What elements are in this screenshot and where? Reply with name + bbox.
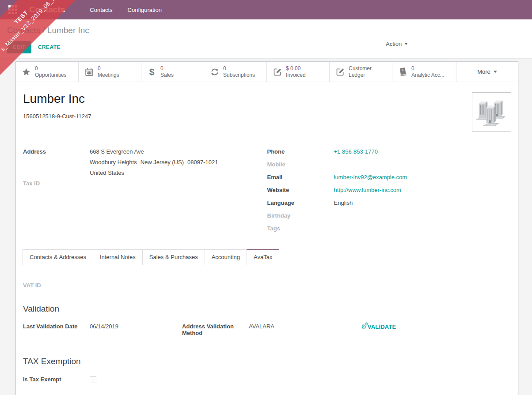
is-tax-exempt-label: Is Tax Exempt (23, 376, 90, 383)
phone-label: Phone (267, 147, 334, 158)
create-button[interactable]: CREATE (38, 44, 61, 50)
breadcrumb-current: Lumber Inc (47, 26, 89, 35)
nav-menu-contacts[interactable]: Contacts (90, 7, 112, 13)
breadcrumb-parent-link[interactable]: Contacts (7, 26, 40, 35)
stat-value: 0 (35, 65, 66, 72)
stat-label: Invoiced (286, 72, 306, 79)
action-dropdown[interactable]: Action (386, 41, 408, 47)
tab-sales-purchases[interactable]: Sales & Purchases (142, 249, 205, 265)
chevron-down-icon (404, 43, 408, 45)
nav-menu-configuration[interactable]: Configuration (128, 7, 162, 13)
stat-label: Meetings (98, 72, 119, 79)
address-label: Address (23, 147, 90, 177)
tax-exemption-row: Is Tax Exempt (23, 376, 511, 383)
edit-icon (335, 68, 345, 76)
star-icon (22, 68, 31, 76)
tax-exemption-section-title: TAX Exemption (23, 357, 511, 366)
apps-grid-icon[interactable] (7, 4, 19, 15)
stat-label-line2: Ledger (349, 72, 372, 79)
address-zip: 08097-1021 (187, 159, 218, 166)
stat-value: 0 (411, 65, 445, 72)
email-value[interactable]: lumber-inv92@example.com (334, 173, 407, 184)
stat-button-analytic-accounts[interactable]: 0 Analytic Acc... (392, 62, 455, 82)
tags-label: Tags (267, 224, 334, 235)
stat-button-customer-ledger[interactable]: Customer Ledger (330, 62, 392, 82)
field-email: Email lumber-inv92@example.com (267, 173, 512, 184)
stat-button-invoiced[interactable]: $ 0.00 Invoiced (267, 62, 330, 82)
address-line1: 668 S Evergreen Ave (90, 147, 218, 156)
website-value[interactable]: http://www.lumber-inc.com (334, 186, 401, 196)
breadcrumb: Contacts / Lumber Inc (7, 26, 525, 35)
dollar-icon: $ (147, 67, 156, 76)
edit-icon (273, 68, 282, 76)
stat-label: Analytic Acc... (411, 72, 445, 79)
field-column-right: Phone +1 856-853-1770 Mobile Email lumbe… (267, 147, 512, 237)
control-panel: Contacts / Lumber Inc EDIT CREATE Action (0, 19, 532, 59)
tax-id-label: Tax ID (23, 179, 90, 190)
book-icon (398, 68, 407, 76)
tab-internal-notes[interactable]: Internal Notes (93, 249, 143, 265)
tab-contacts-addresses[interactable]: Contacts & Addresses (23, 249, 93, 265)
control-panel-buttons: EDIT CREATE (7, 41, 525, 53)
email-label: Email (267, 173, 334, 184)
field-last-validation-date: Last Validation Date 06/14/2019 (23, 323, 182, 330)
tab-accounting[interactable]: Accounting (205, 249, 247, 265)
field-mobile: Mobile (267, 160, 512, 171)
is-tax-exempt-checkbox[interactable] (90, 376, 96, 383)
record-sheet: 0 Opportunities (15, 61, 518, 395)
field-website: Website http://www.lumber-inc.com (267, 186, 512, 196)
field-birthday: Birthday (267, 211, 512, 222)
address-value: 668 S Evergreen Ave Woodbury HeightsNew … (90, 147, 218, 177)
address-city: Woodbury Heights (90, 159, 137, 166)
field-tags: Tags (267, 224, 512, 235)
calendar-icon (84, 68, 94, 76)
chevron-down-icon (494, 71, 497, 73)
stat-label-line1: Customer (349, 65, 372, 72)
top-navbar: Contacts Contacts Configuration (0, 0, 532, 19)
mobile-label: Mobile (267, 160, 334, 171)
field-grid: Address 668 S Evergreen Ave Woodbury Hei… (16, 132, 518, 237)
field-vat-id: VAT ID (23, 281, 511, 292)
field-column-left: Address 668 S Evergreen Ave Woodbury Hei… (23, 147, 267, 237)
stat-button-sales[interactable]: $ 0 Sales (141, 62, 204, 82)
form-view-area: 0 Opportunities (0, 59, 532, 395)
stat-button-subscriptions[interactable]: 0 Subscriptions (204, 62, 267, 82)
address-state: New Jersey (US) (141, 159, 184, 166)
buildings-icon (475, 95, 509, 129)
notebook-tabs: Contacts & Addresses Internal Notes Sale… (16, 249, 518, 265)
validate-button[interactable]: ⚙⚙ VALIDATE (361, 323, 396, 330)
record-name: Lumber Inc (23, 92, 91, 106)
field-address: Address 668 S Evergreen Ave Woodbury Hei… (23, 147, 267, 177)
more-dropdown[interactable]: More (456, 62, 518, 82)
stat-button-box: 0 Opportunities (16, 62, 518, 82)
breadcrumb-separator: / (42, 26, 47, 35)
phone-value[interactable]: +1 856-853-1770 (334, 147, 378, 158)
stat-value: 0 (160, 65, 174, 72)
language-value: English (334, 199, 353, 209)
field-tax-id: Tax ID (23, 179, 267, 190)
company-avatar[interactable] (472, 92, 511, 132)
tab-avatax[interactable]: AvaTax (247, 249, 279, 265)
stat-value: 0 (223, 65, 255, 72)
stat-label: Subscriptions (223, 72, 255, 79)
more-dropdown-label: More (477, 68, 490, 75)
avatax-tab-content: VAT ID Validation Last Validation Date 0… (16, 265, 518, 395)
birthday-label: Birthday (267, 211, 334, 222)
field-phone: Phone +1 856-853-1770 (267, 147, 512, 158)
edit-button[interactable]: EDIT (7, 41, 31, 53)
navbar-menus: Contacts Configuration (90, 7, 162, 13)
validation-section-title: Validation (23, 304, 511, 314)
record-reference: 1560512518-9-Cust-11247 (23, 113, 91, 120)
address-country: United States (90, 169, 218, 177)
validate-button-label: VALIDATE (368, 324, 396, 330)
website-label: Website (267, 186, 334, 196)
app-title[interactable]: Contacts (29, 5, 65, 15)
stat-button-opportunities[interactable]: 0 Opportunities (16, 62, 79, 82)
address-validation-method-label: Address Validation Method (182, 323, 249, 336)
apps-grid-icon-svg (8, 5, 17, 14)
record-header: Lumber Inc 1560512518-9-Cust-11247 (16, 82, 518, 132)
stat-label: Opportunities (35, 72, 66, 79)
validation-row: Last Validation Date 06/14/2019 Address … (23, 323, 511, 336)
stat-button-meetings[interactable]: 0 Meetings (79, 62, 141, 82)
field-language: Language English (267, 199, 512, 209)
